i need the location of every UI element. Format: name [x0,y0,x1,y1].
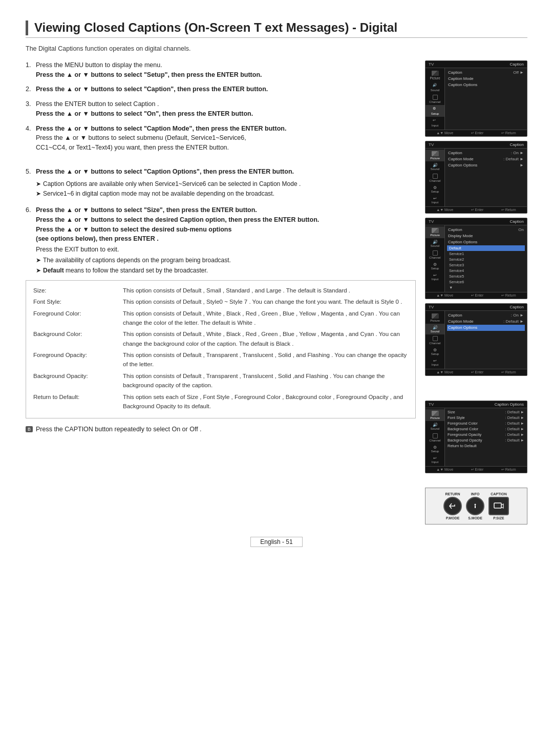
steps-1-3: 1. Press the MENU button to display the … [26,60,416,119]
sidebar-channel-3: Channel [426,249,444,261]
remote-return-top-label: RETURN [445,492,460,496]
tv-row-co4: Caption Options [447,325,525,331]
remote-buttons-container: RETURN P.MODE INFO [425,488,527,524]
tv-body-5: Picture 🔊 Sound Channel ⚙ Setup [426,408,527,466]
remote-info-bottom-label: S.MODE [468,516,482,520]
sidebar-sound-5: 🔊 Sound [426,421,444,432]
footer-return-5: ↩ Return [501,468,516,472]
input-icon-1: ↩ [433,118,438,123]
step-6-note-2: ➤ Default means to follow the standard s… [36,266,416,275]
tv-sub-s3-3: Service3 [447,262,525,268]
sound-label-3: Sound [431,244,439,247]
info-desc-bgcolor: This option consists of Default , White … [123,329,408,348]
row-label-returndefault5: Return to Default [448,444,477,448]
channel-icon-4 [433,336,438,341]
remote-caption-btn[interactable] [488,497,509,515]
setup-label-5: Setup [431,450,439,453]
sound-label-2: Sound [431,167,439,171]
row-label-size: Size [448,410,455,414]
tv-row-fgopacity-5: Foreground Opacity : Default ► [446,432,525,437]
footer-move-5: ▲▼ Move [436,468,453,472]
step-2-num: 2. [26,85,34,94]
info-row-fontstyle: Font Style: This option consists of Defa… [33,297,408,306]
row-label-captionmode-1: Caption Mode [448,76,474,81]
svg-point-0 [475,503,476,505]
tv-body-3: Picture 🔊 Sound Channel ⚙ Setup [426,225,527,292]
caption-label-1: Caption [509,62,524,67]
page-title: Viewing Closed Captions (On-Screen T ext… [34,20,527,35]
info-box: Size: This option consists of Default , … [26,280,416,419]
remote-return-bottom-label: P.MODE [446,516,460,520]
row-val-cm2: : Default ► [503,157,524,161]
step-1-content: Press the MENU button to display the men… [36,60,262,80]
footer-lang-text: English [260,538,280,545]
tv-header-4: TV Caption [426,304,527,311]
tv-sub-s2-3: Service2 [447,257,525,262]
info-label-fgcolor: Foreground Color: [33,309,123,328]
info-desc-fontstyle: This option consists of Default , Style0… [123,297,402,306]
footer-lang-box: English - 51 [250,537,302,547]
tv-row-c3: Caption On [447,227,525,233]
row-val-co2: ► [520,163,524,167]
row-label-c3: Caption [448,227,462,232]
channel-icon-5 [433,433,438,438]
picture-label-1: Picture [430,76,440,80]
step-5-note-1: ➤ Caption Options are available only whe… [36,180,416,188]
step-3-num: 3. [26,99,34,119]
tv-sidebar-1: Picture 🔊 Sound Channel ⚙ Setup [426,68,445,130]
info-desc-bgopacity: This option consists of Default , Transp… [123,371,408,390]
tv-content-2: Caption : On ► Caption Mode : Default ► … [445,149,527,206]
footer-page-num: 51 [286,538,292,545]
input-label-5: Input [432,460,438,464]
tv-row-caption-2: Caption : On ► [447,150,525,156]
picture-label-2: Picture [430,157,440,160]
info-row-fgopacity: Foreground Opacity: This option consists… [33,350,408,369]
tv-screen-5: TV Caption Options Picture 🔊 Sound [425,401,527,473]
channel-icon-3 [433,250,438,256]
info-row-size: Size: This option consists of Default , … [33,286,408,295]
info-label-return: Return to Default: [33,392,123,411]
channel-icon-1 [433,95,438,100]
info-row-bgopacity: Background Opacity: This option consists… [33,371,408,390]
footer-move-1: ▲▼ Move [436,131,453,135]
note-text-4: Default means to follow the standard set… [43,266,208,275]
footer-enter-2: ↵ Enter [471,208,484,212]
tv-screen-3: TV Caption Picture 🔊 Sound [425,218,527,299]
sidebar-picture-4: Picture [426,312,444,324]
left-column: 1. Press the MENU button to display the … [26,60,416,437]
info-label-bgopacity: Background Opacity: [33,371,123,390]
sidebar-input-2: ↩ Input [426,195,444,205]
step-5-notes: ➤ Caption Options are available only whe… [36,180,416,199]
channel-label-4: Channel [429,342,440,345]
remote-info-group: INFO S.MODE [466,492,484,520]
footer-return-3: ↩ Return [501,293,516,298]
row-val-fgcolor5: : Default ► [505,421,524,426]
tv-row-caption-1: Caption Off ► [447,70,525,76]
info-row-bgcolor: Background Color: This option consists o… [33,329,408,348]
setup-label-2: Setup [431,190,439,193]
remote-info-btn[interactable] [466,497,484,515]
right-column: TV Caption Picture 🔊 Sound [425,60,527,524]
tv-row-cm-2: Caption Mode : Default ► [447,156,525,162]
tv-footer-1: ▲▼ Move ↵ Enter ↩ Return [426,130,527,136]
tv-sidebar-3: Picture 🔊 Sound Channel ⚙ Setup [426,225,445,292]
tv-row-captionmode-1: Caption Mode [447,76,525,82]
info-label-bgcolor: Background Color: [33,329,123,348]
note-arrow-2: ➤ [36,190,41,198]
row-label-bgcolor5: Background Color [448,427,478,431]
footer-return-1: ↩ Return [501,131,516,135]
info-desc-return: This option sets each of Size , Font Sty… [123,392,408,411]
caption-label-4: Caption [509,305,524,309]
tv-body-2: Picture 🔊 Sound Channel ⚙ Setup [426,149,527,206]
sound-label-5: Sound [431,427,439,430]
tv-header-2: TV Caption [426,141,527,149]
tv-sub-default-3: Default [447,245,525,251]
tv-sidebar-2: Picture 🔊 Sound Channel ⚙ Setup [426,149,445,206]
step-3-content: Press the ENTER button to select Caption… [36,99,253,119]
picture-icon-4 [432,313,439,319]
tv-row-fontstyle-5: Font Style : Default ► [446,415,525,421]
note-arrow-4: ➤ [36,266,41,275]
tv-content-1: Caption Off ► Caption Mode Caption Optio… [445,68,527,130]
remote-return-btn[interactable] [443,497,462,515]
caption-label-2: Caption [509,142,524,147]
